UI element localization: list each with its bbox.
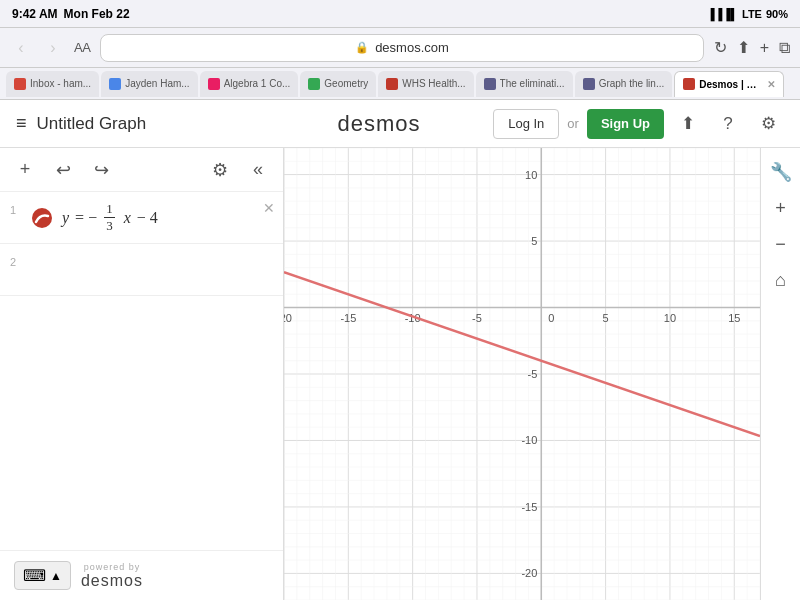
signup-button[interactable]: Sign Up (587, 109, 664, 139)
tab-label: WHS Health... (402, 78, 465, 89)
settings-icon-button[interactable]: ⚙ (752, 108, 784, 140)
back-button[interactable]: ‹ (10, 37, 32, 59)
tab-label: Desmos | Gr... (699, 79, 761, 90)
expression-row-number-2: 2 (10, 252, 24, 268)
zoom-in-button[interactable]: + (765, 192, 797, 224)
address-bar[interactable]: 🔒 desmos.com (100, 34, 703, 62)
signal-icon: ▐▐▐▌ (707, 8, 738, 20)
reload-button[interactable]: ↻ (714, 38, 727, 57)
powered-by: powered by desmos (81, 562, 143, 590)
battery-label: 90% (766, 8, 788, 20)
tab-6[interactable]: The eliminati... (476, 71, 573, 97)
login-button[interactable]: Log In (493, 109, 559, 139)
main-content: + ↩ ↪ ⚙ « 1 (0, 148, 800, 600)
tabs-bar: Inbox - ham... Jayden Ham... Algebra 1 C… (0, 68, 800, 100)
share-icon-button[interactable]: ⬆ (672, 108, 704, 140)
undo-button[interactable]: ↩ (48, 155, 78, 185)
url-display: desmos.com (375, 40, 449, 55)
right-sidebar: 🔧 + − ⌂ (760, 148, 800, 600)
add-expression-button[interactable]: + (10, 155, 40, 185)
tab-label: Graph the lin... (599, 78, 665, 89)
tab-label: Jayden Ham... (125, 78, 189, 89)
panel-toolbar: + ↩ ↪ ⚙ « (0, 148, 283, 192)
tab-4[interactable]: Geometry (300, 71, 376, 97)
expression-row-number: 1 (10, 200, 24, 216)
lock-icon: 🔒 (355, 41, 369, 54)
browser-chrome: ‹ › AA 🔒 desmos.com ↻ ⬆ + ⧉ (0, 28, 800, 68)
graph-title: Untitled Graph (37, 114, 265, 134)
time-display: 9:42 AM (12, 7, 58, 21)
header-actions: Log In or Sign Up ⬆ ? ⚙ (493, 108, 784, 140)
add-tab-button[interactable]: + (760, 39, 769, 57)
tab-label: Algebra 1 Co... (224, 78, 291, 89)
expression-container: 1 y = − 13 x − 4 ✕ 2 (0, 192, 283, 550)
keyboard-icon: ⌨ (23, 566, 46, 585)
tab-favicon (14, 78, 26, 90)
panel-footer: ⌨ ▲ powered by desmos (0, 550, 283, 600)
app-header: ≡ Untitled Graph desmos Log In or Sign U… (0, 100, 800, 148)
forward-button[interactable]: › (42, 37, 64, 59)
hamburger-button[interactable]: ≡ (16, 113, 27, 134)
or-separator: or (567, 116, 579, 131)
tab-label: Geometry (324, 78, 368, 89)
status-bar: 9:42 AM Mon Feb 22 ▐▐▐▌ LTE 90% (0, 0, 800, 28)
tab-desmos[interactable]: Desmos | Gr... ✕ (674, 71, 784, 97)
tabs-button[interactable]: ⧉ (779, 39, 790, 57)
left-panel: + ↩ ↪ ⚙ « 1 (0, 148, 284, 600)
formula-display: y = − 13 x − 4 (62, 201, 158, 233)
powered-by-text: powered by (84, 562, 141, 572)
tab-favicon (109, 78, 121, 90)
tab-label: Inbox - ham... (30, 78, 91, 89)
tab-close-icon[interactable]: ✕ (767, 79, 775, 90)
expression-color-icon[interactable] (30, 206, 54, 230)
graph-area[interactable] (284, 148, 760, 600)
tab-gmail[interactable]: Inbox - ham... (6, 71, 99, 97)
date-display: Mon Feb 22 (64, 7, 130, 21)
collapse-panel-button[interactable]: « (243, 155, 273, 185)
home-view-button[interactable]: ⌂ (765, 264, 797, 296)
tab-favicon (583, 78, 595, 90)
panel-settings-button[interactable]: ⚙ (205, 155, 235, 185)
tab-7[interactable]: Graph the lin... (575, 71, 673, 97)
expression-formula[interactable]: y = − 13 x − 4 (62, 201, 273, 233)
tab-favicon (208, 78, 220, 90)
tab-3[interactable]: Algebra 1 Co... (200, 71, 299, 97)
tools-button[interactable]: 🔧 (765, 156, 797, 188)
keyboard-up-arrow: ▲ (50, 569, 62, 583)
expression-row-2-empty[interactable]: 2 (0, 244, 283, 296)
share-button[interactable]: ⬆ (737, 38, 750, 57)
desmos-logo: desmos (265, 111, 493, 137)
graph-canvas (284, 148, 760, 600)
tab-favicon (683, 78, 695, 90)
tab-5[interactable]: WHS Health... (378, 71, 473, 97)
zoom-out-button[interactable]: − (765, 228, 797, 260)
expression-close-button[interactable]: ✕ (263, 200, 275, 216)
tab-favicon (386, 78, 398, 90)
svg-point-0 (32, 208, 52, 228)
brand-logo: desmos (81, 572, 143, 590)
tab-label: The eliminati... (500, 78, 565, 89)
tab-favicon (484, 78, 496, 90)
lte-label: LTE (742, 8, 762, 20)
keyboard-button[interactable]: ⌨ ▲ (14, 561, 71, 590)
tab-favicon (308, 78, 320, 90)
reader-mode-button[interactable]: AA (74, 40, 90, 55)
tab-2[interactable]: Jayden Ham... (101, 71, 197, 97)
expression-row-1: 1 y = − 13 x − 4 ✕ (0, 192, 283, 244)
redo-button[interactable]: ↪ (86, 155, 116, 185)
help-button[interactable]: ? (712, 108, 744, 140)
